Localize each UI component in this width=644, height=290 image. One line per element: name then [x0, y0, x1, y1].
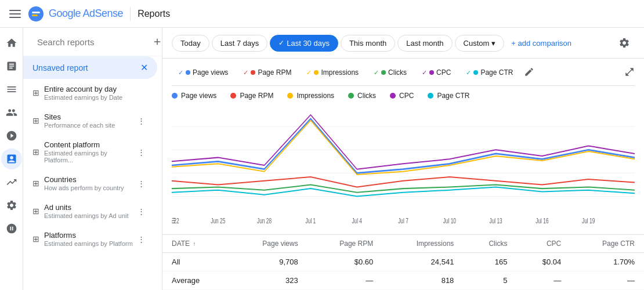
- legend-label-impressions: Impressions: [296, 92, 334, 100]
- sidebar-icon-home[interactable]: [1, 32, 22, 53]
- main-layout: Unsaved report ✕ ⊞ Entire account by day…: [0, 28, 644, 290]
- legend-dot-clicks: [348, 93, 354, 99]
- legend-row: Page views Page RPM Impressions Clicks C…: [172, 86, 635, 103]
- nav-item-content-platform[interactable]: ⊞ Content platform Estimated earnings by…: [23, 135, 157, 169]
- sidebar-icon-people[interactable]: [1, 102, 22, 123]
- date-btn-custom[interactable]: Custom ▾: [455, 35, 505, 52]
- legend-dot-cpc: [390, 93, 396, 99]
- nav-icon-content-platform: ⊞: [32, 147, 39, 157]
- svg-text:Jul 10: Jul 10: [443, 217, 456, 225]
- chip-cpc[interactable]: ✓ CPC: [415, 66, 457, 79]
- close-unsaved-icon[interactable]: ✕: [140, 62, 148, 73]
- legend-cpc: CPC: [390, 92, 414, 100]
- logo-area: Google AdSense: [9, 6, 123, 22]
- nav-item-entire-account[interactable]: ⊞ Entire account by day Estimated earnin…: [23, 79, 157, 107]
- cell-impressions-average: 818: [382, 271, 463, 290]
- col-header-impressions[interactable]: Impressions: [382, 235, 463, 253]
- table-area: DATE ↑ Page views Page RPM Impressions C…: [162, 234, 644, 290]
- svg-point-0: [28, 6, 44, 21]
- settings-gear-button[interactable]: [614, 32, 635, 53]
- hamburger-icon[interactable]: [9, 7, 23, 21]
- logo-text: Google AdSense: [49, 8, 123, 20]
- chip-page-ctr[interactable]: ✓ Page CTR: [460, 66, 519, 79]
- nav-item-menu-countries[interactable]: ⋮: [134, 176, 148, 190]
- nav-item-sub-content-platform: Estimated earnings by Platform...: [44, 150, 134, 164]
- svg-text:Jun 25: Jun 25: [211, 217, 225, 225]
- date-btn-last7[interactable]: Last 7 days: [212, 35, 268, 52]
- add-report-button[interactable]: [152, 35, 162, 49]
- legend-label-clicks: Clicks: [357, 92, 376, 100]
- unsaved-report-label: Unsaved report: [32, 63, 88, 72]
- sidebar-icon-settings[interactable]: [1, 195, 22, 216]
- date-btn-last30[interactable]: ✓ Last 30 days: [270, 35, 338, 52]
- legend-page-views: Page views: [172, 92, 216, 100]
- chip-label-page-ctr: Page CTR: [480, 68, 513, 77]
- date-btn-lastmonth[interactable]: Last month: [397, 35, 452, 52]
- nav-item-title-sites: Sites: [44, 113, 134, 121]
- nav-item-menu-platforms[interactable]: ⋮: [134, 232, 148, 246]
- nav-icon-ad-units: ⊞: [32, 206, 39, 216]
- col-header-page-ctr[interactable]: Page CTR: [570, 235, 644, 253]
- sidebar-icon-content[interactable]: [1, 79, 22, 100]
- sidebar-icon-reports[interactable]: [1, 148, 22, 169]
- nav-item-menu-ad-units[interactable]: ⋮: [134, 204, 148, 218]
- chip-label-page-rpm: Page RPM: [258, 68, 291, 77]
- nav-icon-countries: ⊞: [32, 179, 39, 188]
- svg-text:Jul 16: Jul 16: [536, 217, 548, 225]
- sidebar-icon-trending[interactable]: [1, 172, 22, 193]
- legend-label-page-rpm: Page RPM: [240, 92, 273, 100]
- legend-label-cpc: CPC: [399, 92, 414, 100]
- date-bar: Today Last 7 days ✓ Last 30 days This mo…: [162, 28, 644, 59]
- add-comparison-button[interactable]: + add comparison: [511, 39, 571, 48]
- nav-item-countries[interactable]: ⊞ Countries How ads perform by country ⋮: [23, 169, 157, 197]
- legend-clicks: Clicks: [348, 92, 376, 100]
- legend-label-page-ctr: Page CTR: [437, 92, 469, 100]
- data-table: DATE ↑ Page views Page RPM Impressions C…: [162, 235, 644, 290]
- cell-label-all: All: [162, 253, 229, 271]
- nav-item-menu-sites[interactable]: ⋮: [134, 114, 148, 128]
- chip-label-page-views: Page views: [193, 68, 228, 77]
- adsense-logo-icon: [28, 6, 44, 22]
- line-chart: Jun 22 Jun 25 Jun 28 Jul 1 Jul 4 Jul 7 J…: [172, 103, 635, 227]
- nav-item-title-entire-account: Entire account by day: [44, 85, 148, 93]
- chip-label-clicks: Clicks: [388, 68, 407, 77]
- legend-page-ctr: Page CTR: [428, 92, 469, 100]
- nav-item-menu-content-platform[interactable]: ⋮: [134, 145, 148, 159]
- date-btn-thismonth[interactable]: This month: [341, 35, 395, 52]
- main-content: Today Last 7 days ✓ Last 30 days This mo…: [162, 28, 644, 290]
- expand-chart-icon[interactable]: [624, 67, 635, 79]
- sidebar-icon-inbox[interactable]: [1, 56, 22, 77]
- nav-item-platforms[interactable]: ⊞ Platforms Estimated earnings by Platfo…: [23, 225, 157, 253]
- col-header-date[interactable]: DATE ↑: [162, 235, 229, 253]
- sidebar-icon-block[interactable]: [1, 125, 22, 146]
- nav-item-sites[interactable]: ⊞ Sites Performance of each site ⋮: [23, 107, 157, 135]
- sidebar-icon-optimize[interactable]: [1, 218, 22, 239]
- nav-items: Unsaved report ✕ ⊞ Entire account by day…: [23, 56, 162, 290]
- chip-clicks[interactable]: ✓ Clicks: [367, 66, 413, 79]
- svg-text:Jul 19: Jul 19: [582, 217, 595, 225]
- search-input[interactable]: [37, 37, 147, 47]
- col-header-cpc[interactable]: CPC: [516, 235, 570, 253]
- col-header-page-views[interactable]: Page views: [229, 235, 307, 253]
- cell-impressions-all: 24,541: [382, 253, 463, 271]
- date-btn-today[interactable]: Today: [172, 35, 209, 52]
- col-header-page-rpm[interactable]: Page RPM: [307, 235, 383, 253]
- svg-text:Jul 7: Jul 7: [398, 217, 408, 225]
- cell-page-rpm-average: —: [307, 271, 383, 290]
- nav-item-unsaved-report[interactable]: Unsaved report ✕: [23, 56, 157, 79]
- col-header-clicks[interactable]: Clicks: [463, 235, 516, 253]
- chip-impressions[interactable]: ✓ Impressions: [300, 66, 365, 79]
- nav-icon-platforms: ⊞: [32, 234, 39, 244]
- chip-page-rpm[interactable]: ✓ Page RPM: [237, 66, 298, 79]
- legend-dot-page-views: [172, 93, 178, 99]
- chip-page-views[interactable]: ✓ Page views: [172, 66, 234, 79]
- left-panel: Unsaved report ✕ ⊞ Entire account by day…: [23, 28, 162, 290]
- edit-metrics-icon[interactable]: [524, 67, 534, 79]
- nav-item-ad-units[interactable]: ⊞ Ad units Estimated earnings by Ad unit…: [23, 197, 157, 225]
- table-row-average: Average 323 — 818 5 — —: [162, 271, 644, 290]
- nav-item-sub-sites: Performance of each site: [44, 122, 134, 129]
- nav-item-title-countries: Countries: [44, 175, 134, 184]
- legend-dot-impressions: [287, 93, 293, 99]
- chart-filter-row: ✓ Page views ✓ Page RPM ✓ Impressions ✓: [172, 66, 635, 86]
- legend-impressions: Impressions: [287, 92, 334, 100]
